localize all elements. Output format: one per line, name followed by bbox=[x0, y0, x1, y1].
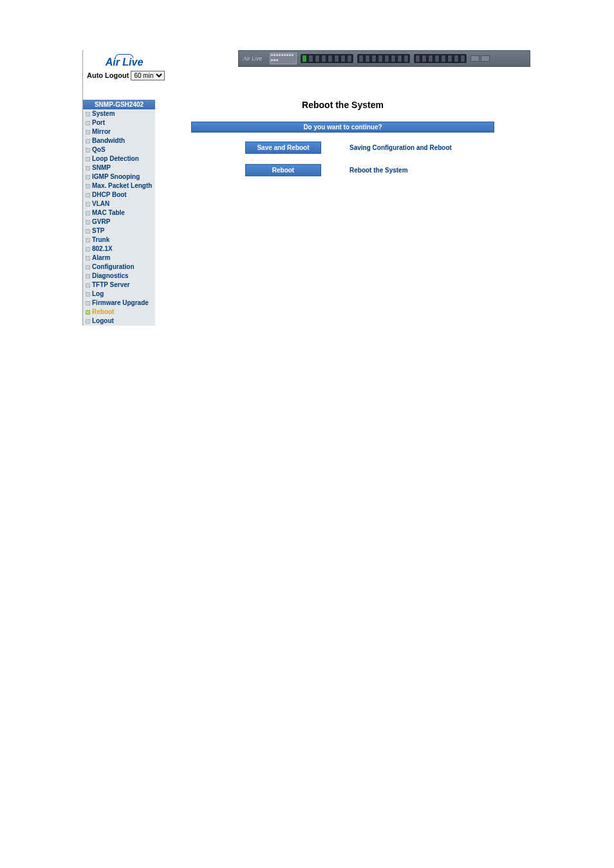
brand-logo: Air Live bbox=[83, 50, 165, 69]
nav-mirror[interactable]: Mirror bbox=[83, 127, 155, 136]
port-block-1 bbox=[301, 54, 353, 63]
sidebar: SNMP-GSH2402 System Port Mirror Bandwidt… bbox=[83, 100, 155, 326]
auto-logout-select[interactable]: 60 min bbox=[131, 71, 165, 80]
port-block-3 bbox=[414, 54, 467, 63]
confirm-prompt: Do you want to continue? bbox=[191, 122, 494, 133]
nav-loop-detection[interactable]: Loop Detection bbox=[83, 154, 155, 163]
nav-system[interactable]: System bbox=[83, 109, 155, 118]
nav-snmp[interactable]: SNMP bbox=[83, 163, 155, 172]
port-block-2 bbox=[357, 54, 410, 63]
nav-stp[interactable]: STP bbox=[83, 226, 155, 235]
save-and-reboot-button[interactable]: Save and Reboot bbox=[245, 142, 321, 154]
nav-trunk[interactable]: Trunk bbox=[83, 235, 155, 245]
nav-mac-table[interactable]: MAC Table bbox=[83, 208, 155, 217]
nav-log[interactable]: Log bbox=[83, 290, 155, 299]
nav-igmp-snooping[interactable]: IGMP Snooping bbox=[83, 172, 155, 181]
save-and-reboot-desc: Saving Configuration and Reboot bbox=[349, 144, 452, 151]
nav-max-packet-length[interactable]: Max. Packet Length bbox=[83, 181, 155, 190]
nav-configuration[interactable]: Configuration bbox=[83, 263, 155, 272]
sfp-slots bbox=[470, 55, 490, 62]
auto-logout-label: Auto Logout bbox=[87, 71, 129, 79]
sidebar-header: SNMP-GSH2402 bbox=[83, 100, 155, 109]
nav-qos[interactable]: QoS bbox=[83, 145, 155, 154]
nav-reboot[interactable]: Reboot bbox=[83, 308, 155, 317]
device-banner: Air Live bbox=[238, 50, 530, 67]
nav-port[interactable]: Port bbox=[83, 118, 155, 127]
nav-8021x[interactable]: 802.1X bbox=[83, 245, 155, 254]
nav-alarm[interactable]: Alarm bbox=[83, 254, 155, 263]
nav-bandwidth[interactable]: Bandwidth bbox=[83, 136, 155, 145]
nav-gvrp[interactable]: GVRP bbox=[83, 217, 155, 226]
status-led-panel bbox=[270, 53, 297, 64]
nav-tftp-server[interactable]: TFTP Server bbox=[83, 281, 155, 290]
nav-logout[interactable]: Logout bbox=[83, 317, 155, 326]
page-title: Reboot the System bbox=[155, 100, 530, 110]
banner-brand-text: Air Live bbox=[243, 55, 266, 62]
nav-diagnostics[interactable]: Diagnostics bbox=[83, 272, 155, 281]
nav-dhcp-boot[interactable]: DHCP Boot bbox=[83, 190, 155, 199]
nav-firmware-upgrade[interactable]: Firmware Upgrade bbox=[83, 299, 155, 308]
nav-vlan[interactable]: VLAN bbox=[83, 199, 155, 208]
reboot-button[interactable]: Reboot bbox=[245, 164, 321, 176]
reboot-desc: Reboot the System bbox=[349, 167, 408, 174]
